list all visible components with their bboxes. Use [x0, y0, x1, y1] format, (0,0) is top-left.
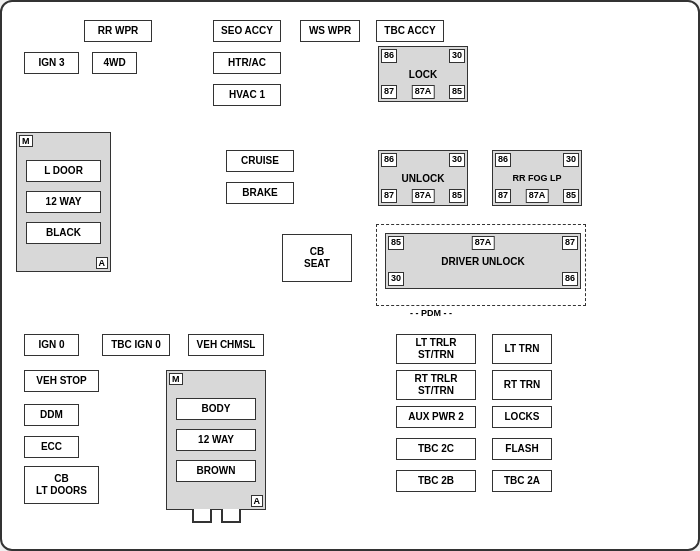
relay-rr-fog-pin86: 86	[495, 153, 511, 167]
fuse-rt-trlr-st-trn: RT TRLRST/TRN	[396, 370, 476, 400]
fuse-cruise: CRUISE	[226, 150, 294, 172]
relay-rr-fog-pin87: 87	[495, 189, 511, 203]
fuse-black: BLACK	[26, 222, 101, 244]
relay-unlock-pin87a: 87A	[412, 189, 435, 203]
relay-du-pin30: 30	[388, 272, 404, 286]
fuse-locks: LOCKS	[492, 406, 552, 428]
relay-lock-pin86: 86	[381, 49, 397, 63]
relay-du-pin85: 85	[388, 236, 404, 250]
left-connector-m: M	[19, 135, 33, 147]
fuse-diagram: RR WPR SEO ACCY WS WPR TBC ACCY IGN 3 4W…	[0, 0, 700, 551]
fuse-htr-ac: HTR/AC	[213, 52, 281, 74]
fuse-cb-seat: CBSEAT	[282, 234, 352, 282]
relay-unlock-pin86: 86	[381, 153, 397, 167]
fuse-12way-left: 12 WAY	[26, 191, 101, 213]
relay-du-pin86: 86	[562, 272, 578, 286]
bottom-connector-a: A	[251, 495, 264, 507]
left-connector-a: A	[96, 257, 109, 269]
fuse-veh-chmsl: VEH CHMSL	[188, 334, 264, 356]
fuse-aux-pwr2: AUX PWR 2	[396, 406, 476, 428]
relay-unlock-pin87: 87	[381, 189, 397, 203]
relay-lock: 86 30 LOCK 87 87A 85	[378, 46, 468, 102]
relay-rr-fog-label: RR FOG LP	[493, 173, 581, 183]
bottom-connector-block: M A BODY 12 WAY BROWN	[166, 370, 266, 510]
relay-lock-label: LOCK	[379, 69, 467, 80]
relay-rr-fog-lp: 86 30 RR FOG LP 87 87A 85	[492, 150, 582, 206]
relay-lock-pin87: 87	[381, 85, 397, 99]
fuse-tbc-2b: TBC 2B	[396, 470, 476, 492]
bottom-connector-m: M	[169, 373, 183, 385]
relay-rr-fog-pin85: 85	[563, 189, 579, 203]
relay-lock-pin30: 30	[449, 49, 465, 63]
fuse-ign3: IGN 3	[24, 52, 79, 74]
fuse-tbc-ign0: TBC IGN 0	[102, 334, 170, 356]
fuse-body: BODY	[176, 398, 256, 420]
fuse-cb-lt-doors: CBLT DOORS	[24, 466, 99, 504]
fuse-rr-wpr: RR WPR	[84, 20, 152, 42]
relay-rr-fog-pin30: 30	[563, 153, 579, 167]
relay-du-label: DRIVER UNLOCK	[386, 256, 580, 267]
fuse-tbc-accy: TBC ACCY	[376, 20, 444, 42]
fuse-seo-accy: SEO ACCY	[213, 20, 281, 42]
fuse-ecc: ECC	[24, 436, 79, 458]
fuse-ddm: DDM	[24, 404, 79, 426]
relay-driver-unlock: 85 87A 87 DRIVER UNLOCK 30 86	[385, 233, 581, 289]
relay-unlock: 86 30 UNLOCK 87 87A 85	[378, 150, 468, 206]
pdm-group: 85 87A 87 DRIVER UNLOCK 30 86	[376, 224, 586, 306]
fuse-lt-trlr-st-trn: LT TRLRST/TRN	[396, 334, 476, 364]
relay-du-pin87: 87	[562, 236, 578, 250]
relay-unlock-pin30: 30	[449, 153, 465, 167]
relay-du-pin87a: 87A	[472, 236, 495, 250]
fuse-brake: BRAKE	[226, 182, 294, 204]
fuse-veh-stop: VEH STOP	[24, 370, 99, 392]
fuse-flash: FLASH	[492, 438, 552, 460]
fuse-ign0: IGN 0	[24, 334, 79, 356]
fuse-4wd: 4WD	[92, 52, 137, 74]
left-connector-block: M A L DOOR 12 WAY BLACK	[16, 132, 111, 272]
fuse-12way-bottom: 12 WAY	[176, 429, 256, 451]
fuse-rt-trn: RT TRN	[492, 370, 552, 400]
fuse-hvac1: HVAC 1	[213, 84, 281, 106]
relay-lock-pin87a: 87A	[412, 85, 435, 99]
fuse-lt-trn: LT TRN	[492, 334, 552, 364]
fuse-l-door: L DOOR	[26, 160, 101, 182]
relay-rr-fog-pin87a: 87A	[526, 189, 549, 203]
fuse-tbc-2c: TBC 2C	[396, 438, 476, 460]
fuse-brown: BROWN	[176, 460, 256, 482]
pdm-label: - - PDM - -	[410, 308, 452, 318]
relay-unlock-pin85: 85	[449, 189, 465, 203]
relay-lock-pin85: 85	[449, 85, 465, 99]
relay-unlock-label: UNLOCK	[379, 173, 467, 184]
fuse-tbc-2a: TBC 2A	[492, 470, 552, 492]
fuse-ws-wpr: WS WPR	[300, 20, 360, 42]
